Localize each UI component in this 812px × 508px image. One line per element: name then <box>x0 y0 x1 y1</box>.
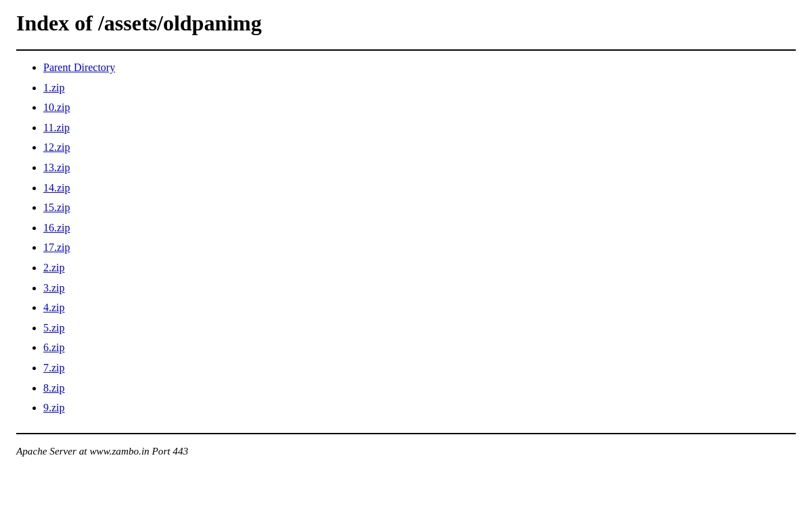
file-link[interactable]: 12.zip <box>43 141 70 153</box>
file-list: Parent Directory1.zip10.zip11.zip12.zip1… <box>16 59 796 417</box>
file-link[interactable]: 13.zip <box>43 162 70 173</box>
divider <box>16 49 796 51</box>
file-link[interactable]: 8.zip <box>43 382 65 394</box>
list-item: 15.zip <box>43 199 796 216</box>
divider-bottom <box>16 433 796 434</box>
list-item: 14.zip <box>43 179 796 197</box>
list-item: 3.zip <box>43 279 796 297</box>
parent-directory-link[interactable]: Parent Directory <box>43 62 115 73</box>
list-item: 16.zip <box>43 219 796 237</box>
list-item: 2.zip <box>43 259 796 277</box>
list-item: 4.zip <box>43 299 796 317</box>
list-item: Parent Directory <box>43 59 796 76</box>
list-item: 6.zip <box>43 339 796 356</box>
file-link[interactable]: 14.zip <box>43 182 70 193</box>
list-item: 12.zip <box>43 139 796 156</box>
list-item: 13.zip <box>43 159 796 177</box>
file-link[interactable]: 10.zip <box>43 101 70 113</box>
page-heading: Index of /assets/oldpanimg <box>16 11 796 36</box>
file-link[interactable]: 4.zip <box>43 302 65 313</box>
list-item: 8.zip <box>43 379 796 397</box>
file-link[interactable]: 9.zip <box>43 402 65 413</box>
list-item: 10.zip <box>43 99 796 116</box>
file-link[interactable]: 16.zip <box>43 222 70 233</box>
list-item: 11.zip <box>43 119 796 137</box>
file-link[interactable]: 3.zip <box>43 282 65 294</box>
list-item: 17.zip <box>43 239 796 256</box>
file-link[interactable]: 6.zip <box>43 342 65 353</box>
list-item: 5.zip <box>43 319 796 337</box>
list-item: 1.zip <box>43 79 796 97</box>
server-footer: Apache Server at www.zambo.in Port 443 <box>16 445 796 457</box>
file-link[interactable]: 5.zip <box>43 322 65 333</box>
file-link[interactable]: 11.zip <box>43 122 70 133</box>
list-item: 9.zip <box>43 399 796 417</box>
file-link[interactable]: 15.zip <box>43 202 70 213</box>
file-link[interactable]: 1.zip <box>43 82 65 93</box>
file-link[interactable]: 2.zip <box>43 262 65 273</box>
list-item: 7.zip <box>43 359 796 377</box>
file-link[interactable]: 17.zip <box>43 241 70 253</box>
file-link[interactable]: 7.zip <box>43 362 65 373</box>
